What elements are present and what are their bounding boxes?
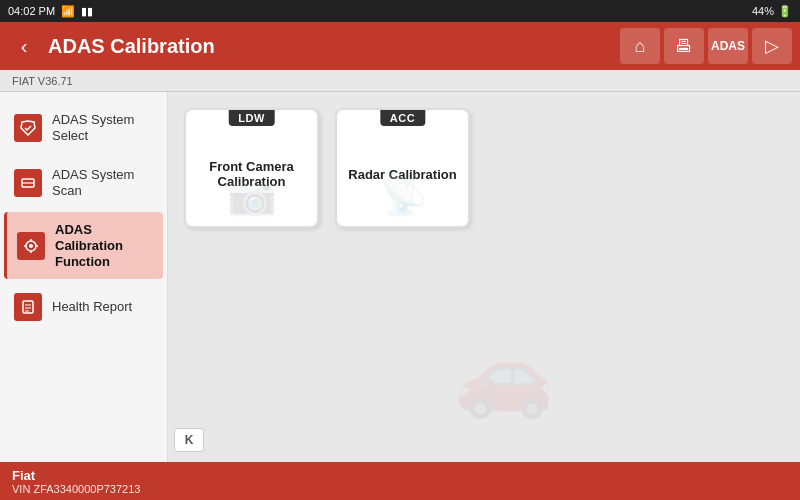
sidebar-label-adas-system-select: ADAS System Select: [52, 112, 153, 143]
back-icon: ‹: [21, 35, 28, 58]
sidebar-label-adas-system-scan: ADAS System Scan: [52, 167, 153, 198]
sidebar-item-adas-system-scan[interactable]: ADAS System Scan: [4, 157, 163, 208]
footer-bar: Fiat VIN ZFA3340000P737213: [0, 462, 800, 500]
print-icon: 🖶: [675, 36, 693, 57]
version-bar: FIAT V36.71: [0, 70, 800, 92]
sidebar-item-adas-system-select[interactable]: ADAS System Select: [4, 102, 163, 153]
content-area: LDW 📷 Front Camera Calibration ACC 📡 Rad…: [168, 92, 800, 462]
vin-value: ZFA3340000P737213: [33, 483, 140, 495]
back-button[interactable]: ‹: [8, 30, 40, 62]
k-button[interactable]: K: [174, 428, 204, 452]
time-display: 04:02 PM: [8, 5, 55, 17]
adas-scan-icon: [14, 169, 42, 197]
header-icons: ⌂ 🖶 ADAS ▷: [620, 28, 792, 64]
home-icon: ⌂: [635, 36, 646, 57]
adas-select-icon: [14, 114, 42, 142]
status-right: 44% 🔋: [752, 5, 792, 18]
adas-button[interactable]: ADAS: [708, 28, 748, 64]
status-left: 04:02 PM 📶 ▮▮: [8, 5, 93, 18]
health-report-icon: [14, 293, 42, 321]
home-button[interactable]: ⌂: [620, 28, 660, 64]
version-text: FIAT V36.71: [12, 75, 73, 87]
adas-calib-icon: [17, 232, 45, 260]
vin-number: VIN ZFA3340000P737213: [12, 483, 140, 495]
calibration-cards-grid: LDW 📷 Front Camera Calibration ACC 📡 Rad…: [184, 108, 784, 228]
signal-icon: ▮▮: [81, 5, 93, 18]
battery-icon: 🔋: [778, 5, 792, 18]
sidebar: ADAS System Select ADAS System Scan: [0, 92, 168, 462]
ldw-badge: LDW: [228, 110, 275, 126]
adas-icon: ADAS: [711, 39, 745, 53]
card-watermark-radar: 📡: [378, 171, 428, 218]
sidebar-item-health-report[interactable]: Health Report: [4, 283, 163, 331]
print-button[interactable]: 🖶: [664, 28, 704, 64]
sidebar-label-adas-calibration-function: ADAS Calibration Function: [55, 222, 153, 269]
sidebar-label-health-report: Health Report: [52, 299, 132, 315]
vin-info: Fiat VIN ZFA3340000P737213: [12, 468, 140, 495]
export-button[interactable]: ▷: [752, 28, 792, 64]
front-camera-card[interactable]: LDW 📷 Front Camera Calibration: [184, 108, 319, 228]
wifi-icon: 📶: [61, 5, 75, 18]
sidebar-item-adas-calibration-function[interactable]: ADAS Calibration Function: [4, 212, 163, 279]
car-make: Fiat: [12, 468, 140, 483]
car-watermark: 🚗: [454, 328, 554, 422]
card-watermark-camera: 📷: [227, 171, 277, 218]
radar-card[interactable]: ACC 📡 Radar Calibration: [335, 108, 470, 228]
acc-badge: ACC: [380, 110, 425, 126]
k-label: K: [185, 433, 194, 447]
battery-text: 44%: [752, 5, 774, 17]
header-bar: ‹ ADAS Calibration ⌂ 🖶 ADAS ▷: [0, 22, 800, 70]
svg-point-3: [29, 244, 33, 248]
export-icon: ▷: [765, 35, 779, 57]
main-layout: ADAS System Select ADAS System Scan: [0, 92, 800, 462]
page-title: ADAS Calibration: [48, 35, 620, 58]
vin-label: VIN: [12, 483, 33, 495]
status-bar: 04:02 PM 📶 ▮▮ 44% 🔋: [0, 0, 800, 22]
